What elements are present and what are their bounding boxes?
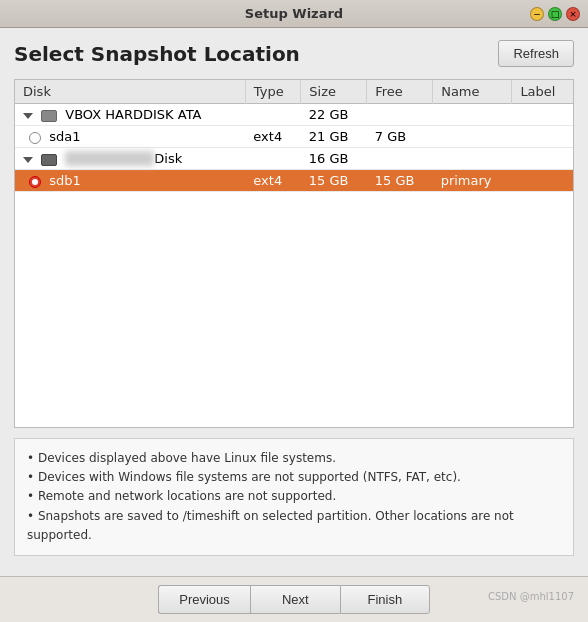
label-cell [512,148,573,170]
close-button[interactable]: × [566,7,580,21]
partition-label: sda1 [49,129,80,144]
col-free: Free [367,80,433,104]
previous-button[interactable]: Previous [158,585,250,614]
disk-label-blurred: XXXXXXXXXX [65,151,154,166]
disk-label: VBOX HARDDISK ATA [65,107,201,122]
free-cell: 15 GB [367,170,433,192]
expand-icon [23,157,33,163]
disk-cell: sdb1 [15,170,245,192]
table-header-row: Disk Type Size Free Name Label [15,80,573,104]
disk-cell: XXXXXXXXXXDisk [15,148,245,170]
table-row[interactable]: VBOX HARDDISK ATA 22 GB [15,104,573,126]
size-cell: 22 GB [301,104,367,126]
table-row[interactable]: XXXXXXXXXXDisk 16 GB [15,148,573,170]
usb-icon [41,154,57,166]
col-label: Label [512,80,573,104]
finish-button[interactable]: Finish [340,585,430,614]
maximize-button[interactable]: □ [548,7,562,21]
page-title: Select Snapshot Location [14,42,300,66]
note-line-3: • Remote and network locations are not s… [27,487,561,506]
name-cell: primary [433,170,512,192]
free-cell [367,148,433,170]
radio-empty-icon [29,132,41,144]
header-row: Select Snapshot Location Refresh [14,40,574,67]
disk-table: Disk Type Size Free Name Label VBOX HARD… [15,80,573,192]
col-type: Type [245,80,300,104]
type-cell: ext4 [245,126,300,148]
free-cell [367,104,433,126]
disk-table-container: Disk Type Size Free Name Label VBOX HARD… [14,79,574,428]
label-cell [512,170,573,192]
disk-label-suffix: Disk [154,151,182,166]
name-cell [433,104,512,126]
main-content: Select Snapshot Location Refresh Disk Ty… [0,28,588,576]
radio-filled-icon [29,176,41,188]
label-cell [512,104,573,126]
disk-cell: VBOX HARDDISK ATA [15,104,245,126]
type-cell [245,148,300,170]
note-line-4: • Snapshots are saved to /timeshift on s… [27,507,561,545]
label-cell [512,126,573,148]
window-controls: − □ × [530,7,580,21]
next-button[interactable]: Next [250,585,340,614]
free-cell: 7 GB [367,126,433,148]
name-cell [433,126,512,148]
minimize-button[interactable]: − [530,7,544,21]
refresh-button[interactable]: Refresh [498,40,574,67]
table-row[interactable]: sdb1 ext4 15 GB 15 GB primary [15,170,573,192]
disk-cell: sda1 [15,126,245,148]
note-line-2: • Devices with Windows file systems are … [27,468,561,487]
size-cell: 16 GB [301,148,367,170]
table-row[interactable]: sda1 ext4 21 GB 7 GB [15,126,573,148]
hdd-icon [41,110,57,122]
col-size: Size [301,80,367,104]
size-cell: 21 GB [301,126,367,148]
notes-section: • Devices displayed above have Linux fil… [14,438,574,556]
partition-label: sdb1 [49,173,81,188]
watermark: CSDN @mhl1107 [488,591,574,602]
footer: Previous Next Finish CSDN @mhl1107 [0,576,588,622]
note-line-1: • Devices displayed above have Linux fil… [27,449,561,468]
type-cell: ext4 [245,170,300,192]
expand-icon [23,113,33,119]
type-cell [245,104,300,126]
size-cell: 15 GB [301,170,367,192]
col-disk: Disk [15,80,245,104]
title-bar: Setup Wizard − □ × [0,0,588,28]
name-cell [433,148,512,170]
col-name: Name [433,80,512,104]
window-title: Setup Wizard [245,6,343,21]
